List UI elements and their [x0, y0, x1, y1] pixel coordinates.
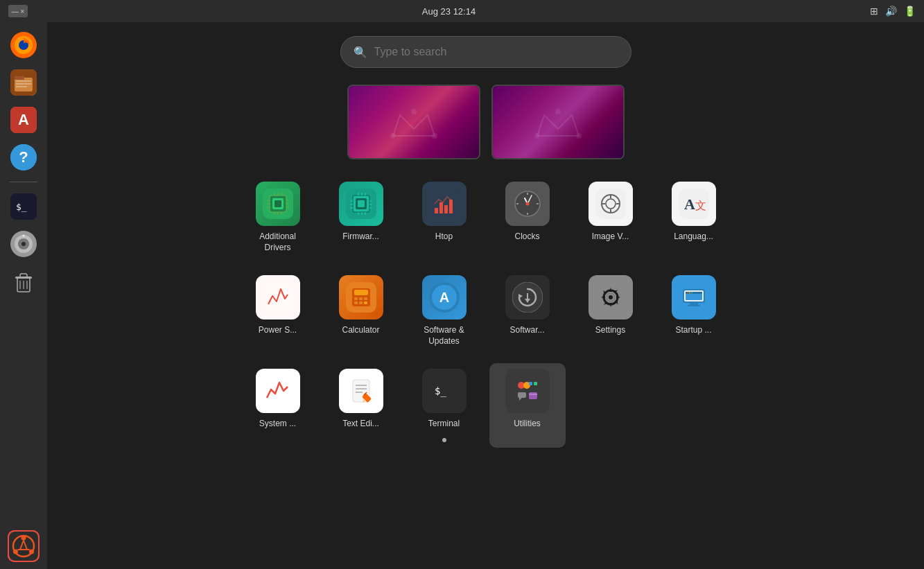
svg-rect-66 — [369, 207, 372, 209]
svg-rect-65 — [369, 204, 372, 205]
sidebar-item-appstore[interactable]: A — [8, 104, 40, 136]
wallpaper-row — [347, 85, 625, 159]
svg-rect-123 — [688, 305, 700, 306]
svg-rect-147 — [529, 392, 537, 399]
svg-rect-60 — [358, 200, 365, 207]
svg-rect-61 — [350, 200, 353, 202]
svg-rect-103 — [364, 297, 367, 300]
app-grid: Additional Drivers — [240, 176, 732, 448]
svg-rect-64 — [369, 200, 372, 202]
app-item-system[interactable]: System ... — [240, 363, 316, 448]
wallpaper-thumb-2[interactable] — [491, 85, 625, 159]
svg-point-126 — [687, 292, 688, 294]
svg-rect-62 — [350, 204, 353, 205]
svg-rect-47 — [267, 207, 270, 208]
app-label-startup: Startup ... — [675, 325, 711, 336]
search-input[interactable] — [374, 46, 618, 58]
topbar-left: — × — [8, 5, 28, 17]
svg-rect-87 — [595, 189, 626, 219]
svg-rect-101 — [354, 297, 358, 300]
main-area: 🔍 — [47, 22, 924, 569]
topbar-window-btn[interactable]: — × — [8, 5, 28, 17]
svg-rect-49 — [286, 203, 289, 204]
svg-rect-52 — [277, 193, 279, 195]
dock-separator — [10, 182, 37, 182]
sidebar-item-terminal[interactable]: $_ — [8, 191, 40, 222]
app-label-powers: Power S... — [259, 325, 297, 336]
svg-rect-105 — [359, 301, 363, 304]
app-label-terminal: Terminal — [428, 419, 460, 430]
svg-rect-143 — [518, 392, 526, 398]
app-label-system: System ... — [259, 419, 296, 430]
app-item-clocks[interactable]: Clocks — [489, 176, 566, 259]
svg-rect-22 — [20, 274, 27, 277]
svg-rect-102 — [359, 297, 363, 300]
app-label-software-updates: Software & Updates — [412, 325, 477, 347]
svg-rect-5 — [15, 76, 24, 80]
app-label-clocks: Clocks — [514, 231, 539, 243]
app-item-powers[interactable]: Power S... — [240, 270, 316, 352]
app-item-calculator[interactable]: Calculator — [323, 270, 399, 352]
app-label-firmware: Firmwar... — [342, 231, 379, 243]
app-label-softwar: Softwar... — [509, 325, 544, 336]
sidebar: A ? $_ — [0, 22, 47, 569]
app-item-imagev[interactable]: Image V... — [573, 176, 649, 259]
app-item-additional-drivers[interactable]: Additional Drivers — [240, 176, 316, 259]
svg-rect-67 — [358, 193, 359, 195]
svg-rect-106 — [364, 301, 367, 304]
app-item-software-updates[interactable]: A Software & Updates — [406, 270, 482, 352]
svg-rect-54 — [274, 212, 275, 215]
svg-point-18 — [21, 242, 26, 246]
svg-rect-45 — [267, 200, 270, 201]
terminal-dot-indicator — [442, 438, 446, 442]
app-item-htop[interactable]: Htop — [406, 176, 482, 259]
svg-rect-129 — [263, 376, 293, 406]
svg-text:A: A — [684, 195, 695, 213]
app-label-additional-drivers: Additional Drivers — [245, 231, 311, 253]
search-bar[interactable]: 🔍 — [340, 36, 631, 68]
app-item-language[interactable]: A 文 Languag... — [656, 176, 732, 259]
svg-text:A: A — [18, 111, 29, 128]
svg-point-34 — [390, 133, 396, 139]
svg-rect-55 — [277, 212, 279, 215]
sidebar-item-cd[interactable] — [8, 228, 40, 260]
svg-rect-44 — [274, 200, 281, 207]
svg-rect-56 — [281, 212, 282, 215]
svg-rect-122 — [690, 303, 698, 305]
svg-rect-51 — [274, 193, 275, 195]
svg-rect-74 — [435, 208, 438, 213]
app-label-imagev: Image V... — [592, 231, 629, 243]
svg-rect-6 — [16, 80, 31, 82]
volume-icon: 🔊 — [885, 6, 897, 17]
sidebar-item-help[interactable]: ? — [8, 141, 40, 173]
app-item-terminal[interactable]: $_ Terminal — [406, 363, 482, 448]
svg-rect-7 — [16, 83, 31, 85]
svg-rect-72 — [365, 212, 366, 215]
app-label-textedi: Text Edi... — [342, 419, 379, 430]
svg-rect-8 — [16, 86, 27, 87]
sidebar-item-firefox[interactable] — [8, 29, 40, 61]
network-icon: ⊞ — [870, 6, 878, 17]
svg-rect-140 — [512, 376, 543, 406]
app-item-textedi[interactable]: Text Edi... — [323, 363, 399, 448]
svg-rect-145 — [529, 382, 532, 385]
sidebar-item-files[interactable] — [8, 67, 40, 98]
svg-rect-76 — [444, 205, 448, 213]
app-label-htop: Htop — [435, 231, 453, 243]
svg-point-39 — [576, 133, 582, 139]
svg-point-38 — [534, 133, 540, 139]
app-label-language: Languag... — [674, 231, 713, 243]
app-item-settings[interactable]: Settings — [573, 270, 649, 352]
sidebar-item-trash[interactable] — [8, 265, 40, 297]
wallpaper-thumb-1[interactable] — [347, 85, 480, 159]
app-item-softwar[interactable]: Softwar... — [489, 270, 566, 352]
app-item-firmware[interactable]: Firmwar... — [323, 176, 399, 259]
svg-marker-33 — [393, 115, 435, 136]
topbar-right: ⊞ 🔊 🔋 — [870, 6, 916, 17]
svg-rect-104 — [354, 301, 358, 304]
app-item-startup[interactable]: Startup ... — [656, 270, 732, 352]
svg-rect-46 — [267, 203, 270, 204]
app-item-utilities[interactable]: Utilities — [489, 363, 566, 448]
svg-point-40 — [555, 109, 561, 114]
svg-rect-71 — [361, 212, 363, 215]
